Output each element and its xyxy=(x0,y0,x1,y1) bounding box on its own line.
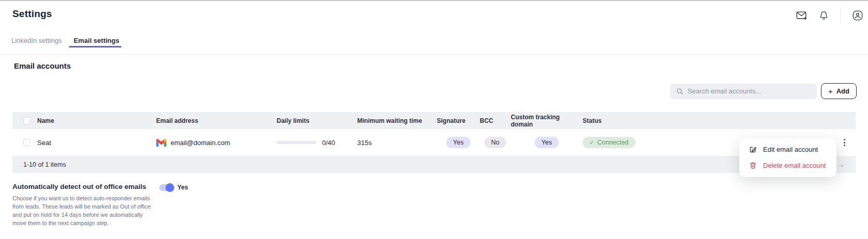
table-row: Seat email@domain.com 0/40 315s xyxy=(12,129,856,156)
add-email-account-button[interactable]: + Add xyxy=(821,83,857,99)
next-page-arrow-icon[interactable]: → xyxy=(837,160,845,169)
out-of-office-toggle[interactable]: Yes xyxy=(159,184,188,191)
pencil-edit-icon xyxy=(749,146,757,153)
column-header-status: Status xyxy=(583,117,833,124)
delete-menu-item-label: Delete email account xyxy=(763,162,826,169)
delete-email-account-menu-item[interactable]: Delete email account xyxy=(739,157,836,173)
search-input[interactable] xyxy=(688,87,811,95)
email-accounts-table: Name Email address Daily limits Minimum … xyxy=(12,112,856,173)
plus-icon: + xyxy=(828,87,833,95)
custom-tracking-domain-badge: Yes xyxy=(535,137,558,148)
check-icon: ✓ xyxy=(589,139,594,146)
column-header-minimum-waiting-time: Minimum waiting time xyxy=(357,117,437,124)
table-footer: 1-10 of 1 items → xyxy=(12,156,856,173)
email-accounts-toolbar: + Add xyxy=(670,83,857,99)
settings-page: Settings xyxy=(0,0,868,239)
compose-email-icon[interactable] xyxy=(796,10,808,21)
toggle-track xyxy=(159,184,173,191)
page-title: Settings xyxy=(12,8,52,20)
trash-delete-icon xyxy=(749,162,757,169)
search-box xyxy=(670,84,817,99)
row-kebab-menu-icon[interactable] xyxy=(842,137,847,148)
toggle-state-label: Yes xyxy=(177,184,188,191)
daily-limits-progress-bar xyxy=(277,141,316,144)
column-header-name: Name xyxy=(37,117,156,124)
settings-tabs: LinkedIn settings Email settings xyxy=(0,30,868,55)
signature-badge: Yes xyxy=(446,137,470,148)
search-icon xyxy=(676,88,683,95)
gmail-icon xyxy=(156,139,166,147)
daily-limits-value: 0/40 xyxy=(322,139,335,147)
edit-menu-item-label: Edit email account xyxy=(763,146,818,153)
add-button-label: Add xyxy=(836,87,849,95)
bcc-badge: No xyxy=(484,137,506,148)
out-of-office-title: Automatically detect out of office email… xyxy=(12,183,235,190)
tab-email-settings[interactable]: Email settings xyxy=(74,30,119,54)
out-of-office-description: Choose if you want us to detect auto-res… xyxy=(12,195,152,228)
status-badge: ✓ Connected xyxy=(583,137,635,148)
notifications-bell-icon[interactable] xyxy=(819,10,828,21)
status-badge-label: Connected xyxy=(597,139,628,146)
tab-linkedin-settings[interactable]: LinkedIn settings xyxy=(11,30,62,54)
row-context-menu: Edit email account Delete email account xyxy=(739,138,836,177)
select-all-checkbox[interactable] xyxy=(23,117,31,124)
topbar-actions xyxy=(796,1,863,30)
account-avatar-icon[interactable] xyxy=(852,10,863,21)
section-title-email-accounts: Email accounts xyxy=(14,61,71,70)
toggle-knob xyxy=(165,183,174,192)
column-header-daily-limits: Daily limits xyxy=(277,117,357,124)
edit-email-account-menu-item[interactable]: Edit email account xyxy=(739,141,836,157)
column-header-email-address: Email address xyxy=(156,117,277,124)
column-header-bcc: BCC xyxy=(480,117,511,124)
out-of-office-section: Automatically detect out of office email… xyxy=(12,183,235,228)
column-header-custom-tracking-domain: Custom tracking domain xyxy=(511,114,583,128)
pagination-count: 1-10 of 1 items xyxy=(23,161,66,168)
topbar-divider xyxy=(840,8,841,23)
row-name: Seat xyxy=(37,139,156,147)
table-header-row: Name Email address Daily limits Minimum … xyxy=(12,112,856,129)
row-min-waiting-time: 315s xyxy=(357,139,437,147)
row-email-address: email@domain.com xyxy=(171,139,230,147)
row-checkbox[interactable] xyxy=(23,139,31,146)
column-header-signature: Signature xyxy=(437,117,480,124)
